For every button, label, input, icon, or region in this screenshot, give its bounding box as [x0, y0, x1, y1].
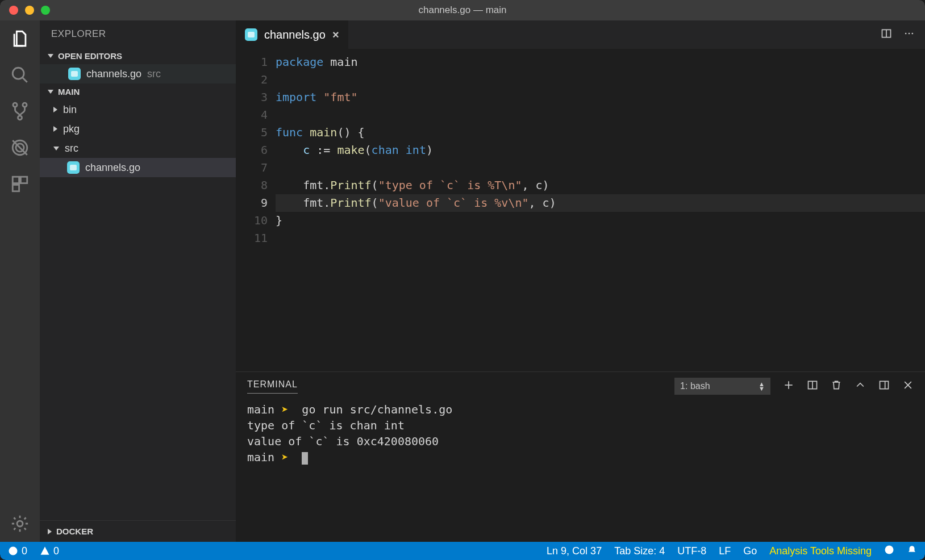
- code-line[interactable]: fmt.Printf("value of `c` is %v\n", c): [276, 194, 925, 212]
- error-count: 0: [22, 545, 27, 557]
- status-warnings[interactable]: 0: [40, 545, 59, 557]
- status-eol[interactable]: LF: [719, 545, 731, 557]
- activity-source-control[interactable]: [10, 101, 30, 122]
- code-line[interactable]: package main: [276, 53, 925, 71]
- line-number: 2: [236, 71, 268, 89]
- status-language[interactable]: Go: [743, 545, 757, 557]
- error-icon: [8, 546, 18, 556]
- status-tab-size[interactable]: Tab Size: 4: [614, 545, 665, 557]
- smiley-icon: [884, 545, 894, 555]
- svg-point-26: [885, 545, 894, 554]
- split-terminal-button[interactable]: [807, 379, 818, 393]
- terminal-output-line: type of `c` is chan int: [247, 417, 914, 433]
- ellipsis-icon: [903, 28, 915, 39]
- status-errors[interactable]: 0: [8, 545, 27, 557]
- line-number: 4: [236, 106, 268, 124]
- workspace-header[interactable]: MAIN: [40, 83, 236, 100]
- close-icon[interactable]: ×: [332, 28, 339, 41]
- activity-search[interactable]: [10, 65, 30, 85]
- svg-point-0: [13, 68, 24, 79]
- chevron-right-icon: [53, 126, 57, 132]
- window-title: channels.go — main: [0, 5, 925, 16]
- workspace-label: MAIN: [58, 87, 80, 97]
- status-analysis-warning[interactable]: Analysis Tools Missing: [769, 545, 872, 557]
- code-line[interactable]: fmt.Printf("type of `c` is %T\n", c): [276, 177, 925, 194]
- line-number: 10: [236, 212, 268, 229]
- gear-icon: [10, 514, 30, 533]
- chevron-right-icon: [53, 107, 57, 112]
- code-line[interactable]: }: [276, 212, 925, 229]
- svg-rect-10: [13, 185, 19, 191]
- code-line[interactable]: [276, 71, 925, 89]
- activity-debug[interactable]: [10, 137, 30, 158]
- more-actions-button[interactable]: [903, 28, 915, 41]
- status-notifications[interactable]: [907, 545, 917, 558]
- svg-rect-8: [13, 177, 19, 183]
- code-line[interactable]: [276, 106, 925, 124]
- folder-label: pkg: [63, 123, 80, 135]
- go-file-icon: [245, 28, 257, 41]
- folder-src[interactable]: src: [40, 139, 236, 158]
- code-line[interactable]: func main() {: [276, 124, 925, 141]
- sidebar: EXPLORER OPEN EDITORS channels.go src MA…: [40, 20, 236, 542]
- docker-header[interactable]: DOCKER: [40, 520, 236, 542]
- activity-extensions[interactable]: [10, 174, 30, 194]
- status-encoding[interactable]: UTF-8: [677, 545, 706, 557]
- svg-point-11: [17, 521, 23, 526]
- open-editor-item[interactable]: channels.go src: [40, 64, 236, 83]
- warning-count: 0: [53, 545, 59, 557]
- line-number: 5: [236, 124, 268, 141]
- window-close-button[interactable]: [9, 6, 18, 15]
- branch-icon: [10, 102, 30, 121]
- toggle-panel-button[interactable]: [878, 379, 890, 393]
- terminal-output[interactable]: main ➤ go run src/channels.gotype of `c`…: [236, 400, 925, 542]
- chevron-down-icon: [53, 147, 59, 151]
- docker-label: DOCKER: [56, 526, 93, 536]
- split-editor-button[interactable]: [881, 28, 892, 41]
- code-line[interactable]: c := make(chan int): [276, 141, 925, 159]
- folder-label: src: [65, 143, 78, 154]
- status-cursor[interactable]: Ln 9, Col 37: [547, 545, 602, 557]
- code-content[interactable]: package main import "fmt" func main() { …: [276, 49, 925, 371]
- open-editors-header[interactable]: OPEN EDITORS: [40, 48, 236, 64]
- chevron-down-icon: [48, 54, 53, 58]
- plus-icon: [783, 379, 794, 391]
- svg-point-4: [18, 116, 22, 120]
- bug-icon: [10, 138, 30, 157]
- split-icon: [881, 28, 892, 39]
- svg-point-3: [23, 103, 27, 107]
- window-zoom-button[interactable]: [41, 6, 50, 15]
- split-icon: [807, 379, 818, 391]
- tab-label: channels.go: [264, 28, 326, 41]
- close-panel-button[interactable]: [902, 379, 914, 393]
- terminal-tab[interactable]: TERMINAL: [247, 379, 298, 394]
- code-line[interactable]: [276, 229, 925, 247]
- line-number: 1: [236, 53, 268, 71]
- line-number: 3: [236, 89, 268, 106]
- files-icon: [10, 29, 30, 48]
- tab-channels-go[interactable]: channels.go ×: [236, 20, 349, 49]
- file-channels-go[interactable]: channels.go: [40, 158, 236, 177]
- code-line[interactable]: import "fmt": [276, 89, 925, 106]
- terminal-shell-selector[interactable]: 1: bash ▲▼: [674, 378, 770, 395]
- terminal-prompt-line: main ➤: [247, 449, 914, 465]
- status-bar: 0 0 Ln 9, Col 37 Tab Size: 4 UTF-8 LF Go…: [0, 542, 925, 560]
- chevron-up-icon: [855, 379, 866, 391]
- folder-pkg[interactable]: pkg: [40, 119, 236, 139]
- activity-bar: [0, 20, 40, 542]
- chevron-down-icon: [48, 90, 53, 94]
- status-feedback[interactable]: [884, 545, 894, 558]
- activity-explorer[interactable]: [10, 28, 30, 49]
- bell-icon: [907, 545, 917, 555]
- code-line[interactable]: [276, 159, 925, 177]
- line-number: 6: [236, 141, 268, 159]
- maximize-panel-button[interactable]: [855, 379, 866, 393]
- activity-settings[interactable]: [10, 513, 30, 534]
- terminal-prompt-line: main ➤ go run src/channels.go: [247, 402, 914, 417]
- code-editor[interactable]: 1234567891011 package main import "fmt" …: [236, 49, 925, 542]
- new-terminal-button[interactable]: [783, 379, 794, 393]
- window-minimize-button[interactable]: [25, 6, 34, 15]
- kill-terminal-button[interactable]: [831, 379, 842, 393]
- trash-icon: [831, 379, 842, 391]
- folder-bin[interactable]: bin: [40, 100, 236, 119]
